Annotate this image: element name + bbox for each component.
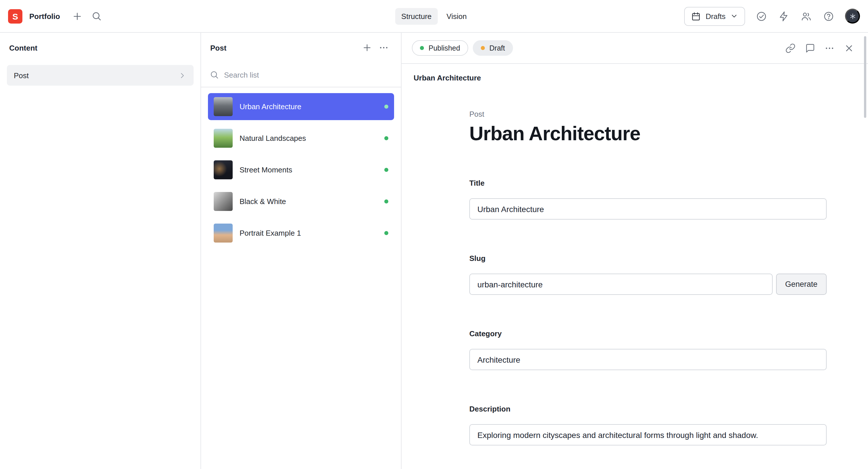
published-badge: Published	[412, 40, 468, 56]
content-pane: Content Post	[0, 33, 201, 469]
published-status-dot	[384, 200, 388, 203]
list-item-urban-architecture[interactable]: Urban Architecture	[208, 93, 394, 120]
description-field-label: Description	[469, 405, 827, 413]
tab-vision[interactable]: Vision	[440, 8, 473, 24]
title-field-label: Title	[469, 179, 827, 187]
users-icon	[801, 11, 812, 22]
lightning-bolt-icon	[778, 11, 789, 22]
list-item-title: Portrait Example 1	[240, 229, 301, 237]
slug-input[interactable]	[469, 273, 772, 295]
list-item-title: Street Moments	[240, 166, 292, 174]
field-description: Description	[469, 405, 827, 445]
check-circle-icon	[756, 11, 767, 22]
create-new-post-button[interactable]	[359, 39, 375, 56]
page-title: Urban Architecture	[469, 122, 827, 145]
chevron-down-icon	[730, 12, 738, 20]
field-slug: Slug Generate	[469, 254, 827, 295]
editor-header: Published Draft	[402, 33, 868, 64]
document-editor-pane: Published Draft	[402, 33, 868, 469]
resources-button[interactable]	[774, 7, 793, 26]
document-list: Urban Architecture Natural Landscapes St…	[201, 87, 401, 257]
list-pane-header: Post	[201, 33, 401, 63]
drafts-label: Drafts	[706, 12, 725, 21]
plus-icon	[362, 42, 372, 53]
help-circle-icon	[823, 11, 834, 22]
category-field-label: Category	[469, 329, 827, 338]
tool-tabs: Structure Vision	[395, 0, 473, 32]
ellipsis-icon	[378, 42, 389, 53]
list-item-title: Urban Architecture	[240, 102, 301, 111]
thumbnail-black-and-white	[214, 192, 232, 211]
ellipsis-icon	[824, 43, 835, 53]
list-item-title: Black & White	[240, 197, 286, 206]
list-item-portrait-example-1[interactable]: Portrait Example 1	[208, 219, 394, 246]
list-item-title: Natural Landscapes	[240, 134, 306, 143]
close-pane-button[interactable]	[840, 39, 858, 57]
document-list-pane: Post	[201, 33, 402, 469]
vertical-scrollbar[interactable]	[864, 36, 866, 118]
new-document-button[interactable]	[68, 7, 87, 26]
link-icon	[785, 43, 796, 53]
avatar-glyph-icon	[849, 12, 856, 20]
editor-body: Post Urban Architecture Title Slug Gener…	[402, 91, 868, 469]
published-status-dot	[384, 136, 388, 140]
draft-badge-label: Draft	[490, 44, 505, 52]
document-breadcrumb-row: Urban Architecture	[402, 64, 868, 91]
breadcrumb: Urban Architecture	[413, 73, 481, 82]
topbar-actions: Drafts	[684, 7, 860, 26]
published-status-dot	[384, 105, 388, 109]
help-button[interactable]	[819, 7, 838, 26]
top-navbar: S Portfolio Structure Vision Drafts	[0, 0, 868, 33]
list-options-button[interactable]	[375, 39, 392, 56]
title-input[interactable]	[469, 198, 827, 219]
published-badge-label: Published	[429, 44, 460, 52]
comments-button[interactable]	[801, 39, 818, 57]
editor-actions	[782, 39, 858, 57]
comment-icon	[805, 43, 815, 53]
sanity-logo[interactable]: S	[8, 9, 22, 23]
members-button[interactable]	[797, 7, 816, 26]
slug-field-label: Slug	[469, 254, 827, 263]
status-badges: Published Draft	[412, 40, 513, 56]
copy-link-button[interactable]	[782, 39, 799, 57]
search-list-input[interactable]	[224, 70, 392, 79]
content-pane-header: Content	[0, 33, 200, 63]
form-fields: Title Slug Generate Category	[469, 179, 827, 445]
list-search	[201, 63, 401, 87]
thumbnail-natural-landscapes	[214, 129, 232, 148]
chevron-right-icon	[178, 71, 187, 80]
published-status-dot	[384, 168, 388, 172]
generate-slug-button[interactable]: Generate	[776, 273, 827, 295]
search-icon	[210, 70, 219, 79]
published-dot-icon	[420, 46, 424, 50]
field-title: Title	[469, 179, 827, 219]
thumbnail-street-moments	[214, 160, 232, 179]
list-item-natural-landscapes[interactable]: Natural Landscapes	[208, 125, 394, 152]
global-search-button[interactable]	[87, 7, 106, 26]
list-pane-title: Post	[210, 43, 226, 52]
thumbnail-portrait-example-1	[214, 224, 232, 242]
document-form: Post Urban Architecture Title Slug Gener…	[469, 110, 827, 445]
document-menu-button[interactable]	[821, 39, 838, 57]
calendar-icon	[691, 11, 701, 21]
published-status-dot	[384, 231, 388, 235]
workspace-title: Portfolio	[29, 12, 60, 21]
content-pane-title: Content	[9, 43, 37, 52]
category-input[interactable]	[469, 349, 827, 370]
slug-row: Generate	[469, 273, 827, 295]
draft-dot-icon	[481, 46, 485, 50]
field-category: Category	[469, 329, 827, 370]
list-item-street-moments[interactable]: Street Moments	[208, 156, 394, 183]
list-item-black-and-white[interactable]: Black & White	[208, 188, 394, 215]
releases-drafts-menu[interactable]: Drafts	[684, 7, 745, 26]
sidebar-item-post[interactable]: Post	[7, 65, 194, 86]
description-input[interactable]	[469, 424, 827, 445]
app-window: S Portfolio Structure Vision Drafts	[0, 0, 868, 469]
search-icon	[91, 11, 102, 21]
tasks-button[interactable]	[752, 7, 771, 26]
tab-structure[interactable]: Structure	[395, 8, 438, 24]
thumbnail-urban-architecture	[214, 97, 232, 116]
panes-container: Content Post Post	[0, 33, 868, 469]
sidebar-item-label: Post	[14, 71, 29, 80]
user-avatar[interactable]	[845, 9, 860, 24]
